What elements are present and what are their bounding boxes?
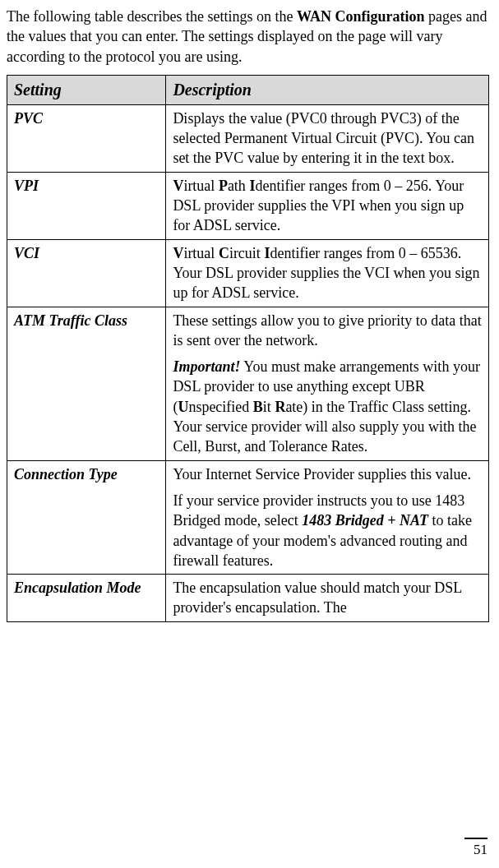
table-header-row: Setting Description [7, 75, 489, 104]
desc-conn: Your Internet Service Provider supplies … [166, 460, 489, 574]
atm-p1: These settings allow you to give priorit… [173, 311, 482, 351]
setting-conn: Connection Type [7, 460, 166, 574]
conn-p2: If your service provider instructs you t… [173, 491, 482, 570]
intro-prefix: The following table describes the settin… [7, 8, 297, 25]
setting-vci: VCI [7, 239, 166, 307]
intro-paragraph: The following table describes the settin… [7, 7, 489, 67]
table-row: ATM Traffic Class These settings allow y… [7, 307, 489, 460]
setting-pvc: PVC [7, 104, 166, 172]
atm-p2: Important! You must make arrangements wi… [173, 357, 482, 456]
table-row: Encapsulation Mode The encapsulation val… [7, 575, 489, 622]
conn-p1: Your Internet Service Provider supplies … [173, 464, 482, 484]
table-row: PVC Displays the value (PVC0 through PVC… [7, 104, 489, 172]
header-description: Description [166, 75, 489, 104]
table-row: VCI Virtual Circuit Identifier ranges fr… [7, 239, 489, 307]
setting-atm: ATM Traffic Class [7, 307, 166, 460]
intro-bold: WAN Configuration [297, 8, 425, 25]
table-row: Connection Type Your Internet Service Pr… [7, 460, 489, 574]
desc-vpi: Virtual Path Identifier ranges from 0 – … [166, 172, 489, 239]
desc-atm: These settings allow you to give priorit… [166, 307, 489, 460]
header-setting: Setting [7, 75, 166, 104]
setting-encap: Encapsulation Mode [7, 575, 166, 622]
desc-vci: Virtual Circuit Identifier ranges from 0… [166, 239, 489, 307]
table-row: VPI Virtual Path Identifier ranges from … [7, 172, 489, 239]
setting-vpi: VPI [7, 172, 166, 239]
page-number: 51 [464, 838, 487, 860]
desc-pvc: Displays the value (PVC0 through PVC3) o… [166, 104, 489, 172]
settings-table: Setting Description PVC Displays the val… [7, 75, 489, 622]
desc-encap: The encapsulation value should match you… [166, 575, 489, 622]
